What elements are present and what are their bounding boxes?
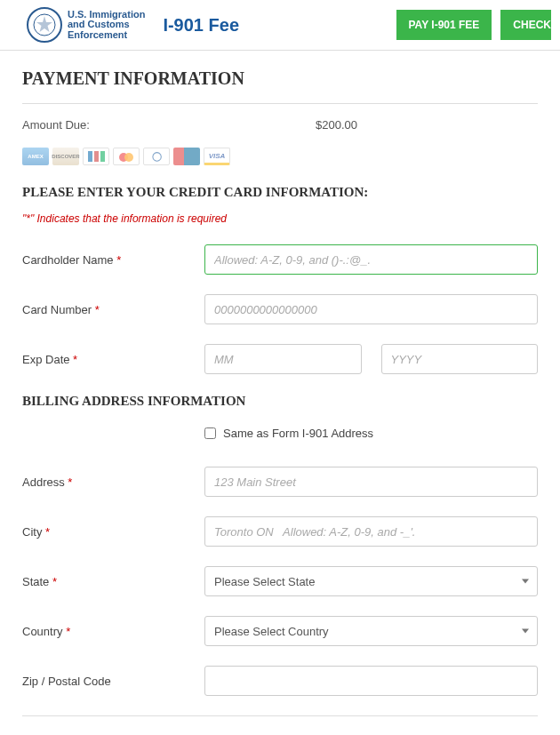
visa-card-icon: VISA: [204, 148, 230, 165]
exp-date-label: Exp Date *: [22, 353, 204, 366]
address-label: Address *: [22, 475, 204, 489]
credit-card-heading: PLEASE ENTER YOUR CREDIT CARD INFORMATIO…: [22, 185, 538, 200]
country-select[interactable]: Please Select Country: [204, 616, 538, 646]
country-label: Country *: [22, 625, 204, 638]
same-address-label: Same as Form I-901 Address: [223, 427, 373, 440]
accepted-card-icons: AMEX DISCOVER VISA: [22, 148, 538, 165]
page-title: I-901 Fee: [163, 15, 239, 36]
divider: [22, 715, 538, 716]
amount-due-value: $200.00: [316, 118, 357, 132]
city-label: City *: [22, 525, 204, 539]
agency-name: U.S. Immigration and Customs Enforcement: [68, 10, 145, 41]
payment-info-heading: PAYMENT INFORMATION: [22, 68, 538, 89]
amex-card-icon: AMEX: [22, 148, 49, 165]
country-row: Country * Please Select Country: [22, 616, 538, 646]
pay-fee-button[interactable]: PAY I-901 FEE: [396, 10, 492, 40]
top-bar: U.S. Immigration and Customs Enforcement…: [0, 0, 560, 51]
state-select-value: Please Select State: [214, 575, 315, 588]
content: PAYMENT INFORMATION Amount Due: $200.00 …: [0, 51, 560, 735]
city-input[interactable]: [204, 516, 538, 547]
exp-date-row: Exp Date *: [22, 344, 538, 374]
cardholder-name-input[interactable]: [204, 244, 538, 275]
state-label: State *: [22, 575, 204, 588]
cardholder-name-row: Cardholder Name *: [22, 244, 538, 275]
same-address-row: Same as Form I-901 Address: [204, 427, 538, 440]
zip-label: Zip / Postal Code: [22, 675, 204, 688]
amount-due-label: Amount Due:: [22, 118, 316, 132]
city-row: City *: [22, 516, 538, 547]
unionpay-icon: [173, 148, 200, 165]
req-note-suffix: " Indicates that the information is requ…: [30, 212, 227, 225]
divider: [22, 103, 538, 104]
billing-heading: BILLING ADDRESS INFORMATION: [22, 394, 538, 409]
jcb-card-icon: [83, 148, 109, 165]
exp-year-input[interactable]: [381, 344, 539, 374]
state-select[interactable]: Please Select State: [204, 566, 538, 596]
card-number-row: Card Number *: [22, 294, 538, 324]
discover-card-icon: DISCOVER: [52, 148, 79, 165]
state-row: State * Please Select State: [22, 566, 538, 596]
required-note: "*" Indicates that the information is re…: [22, 212, 538, 225]
check-status-button[interactable]: CHECK: [500, 10, 551, 40]
country-select-value: Please Select Country: [214, 625, 329, 638]
brand-line-3: Enforcement: [68, 30, 145, 41]
card-number-label: Card Number *: [22, 303, 204, 316]
same-address-checkbox[interactable]: [204, 427, 216, 439]
address-row: Address *: [22, 467, 538, 497]
nav-buttons: PAY I-901 FEE CHECK: [396, 10, 552, 40]
diners-club-icon: [143, 148, 170, 165]
card-number-input[interactable]: [204, 294, 538, 324]
zip-input[interactable]: [204, 666, 538, 696]
agency-seal-icon: [27, 7, 62, 43]
cardholder-name-label: Cardholder Name *: [22, 253, 204, 267]
zip-row: Zip / Postal Code: [22, 666, 538, 696]
amount-due-row: Amount Due: $200.00: [22, 118, 538, 132]
exp-month-input[interactable]: [204, 344, 362, 374]
mastercard-icon: [113, 148, 140, 165]
address-input[interactable]: [204, 467, 538, 497]
